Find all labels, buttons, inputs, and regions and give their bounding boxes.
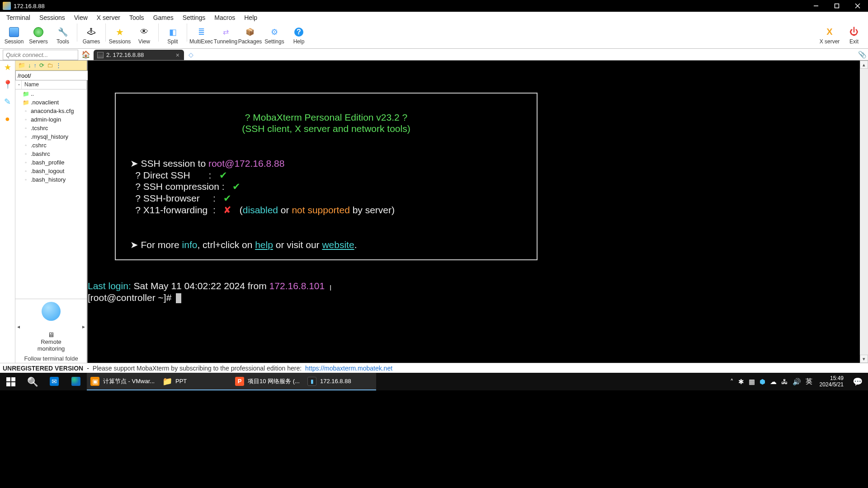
session-tab[interactable]: 2. 172.16.8.88 × (94, 50, 184, 60)
sftp-file-row[interactable]: anaconda-ks.cfg (15, 107, 87, 115)
statusbar-link[interactable]: https://mobaxterm.mobatek.net (305, 365, 392, 372)
sftp-download-icon[interactable]: ↑ (34, 62, 37, 69)
quick-connect-box[interactable] (3, 50, 78, 60)
taskbar-edge[interactable] (65, 373, 87, 390)
servers-button[interactable]: Servers (26, 23, 51, 48)
taskbar-mail[interactable] (43, 373, 65, 390)
sftp-file-row[interactable]: .bash_logout (15, 167, 87, 175)
banner-website-link[interactable]: website (322, 239, 354, 250)
tray-ext2-icon[interactable]: ▦ (749, 378, 755, 386)
tab-close-button[interactable]: × (176, 52, 179, 59)
remote-monitoring-label-block[interactable]: 🖥 Remote monitoring (38, 330, 65, 354)
start-button[interactable] (0, 373, 22, 390)
scrollbar-up-arrow[interactable]: ▴ (860, 61, 868, 69)
sftp-more-icon[interactable]: ⋮ (56, 62, 61, 69)
sftp-file-row[interactable]: .cshrc (15, 141, 87, 150)
taskbar-wps-label: 项目10 网络服务 (... (248, 377, 300, 385)
tray-shield-icon[interactable]: ⬢ (760, 378, 765, 386)
quick-connect-input[interactable] (3, 50, 78, 60)
window-close-button[interactable] (847, 0, 868, 12)
taskbar-clock[interactable]: 15:49 2024/5/21 (816, 375, 847, 388)
sftp-file-row[interactable]: admin-login (15, 115, 87, 124)
sftp-file-row[interactable]: .bashrc (15, 150, 87, 158)
exit-button[interactable]: Exit (842, 23, 866, 48)
attachment-icon[interactable]: 📎 (856, 49, 868, 60)
packages-button[interactable]: Packages (238, 23, 262, 48)
new-tab-button[interactable]: ◇ (184, 49, 198, 60)
tray-network-icon[interactable]: 🖧 (781, 378, 788, 385)
menu-terminal[interactable]: Terminal (2, 13, 35, 23)
left-tool-strip: ★ 📍 ✎ ● (0, 61, 15, 363)
sftp-file-row[interactable]: .bash_history (15, 175, 87, 184)
sftp-file-row[interactable]: .novaclient (15, 98, 87, 107)
terminal-pane[interactable]: ? MobaXterm Personal Edition v23.2 ? (SS… (88, 61, 860, 363)
sftp-header-expand[interactable]: - (15, 80, 22, 89)
menu-sessions[interactable]: Sessions (35, 13, 70, 23)
menu-settings[interactable]: Settings (178, 13, 210, 23)
brush-icon[interactable]: ✎ (3, 97, 13, 107)
taskbar-vmware[interactable]: 计算节点 - VMwar... (87, 373, 159, 390)
window-maximize-button[interactable] (826, 0, 847, 12)
xserver-button[interactable]: XX server (817, 23, 842, 48)
games-button[interactable]: Games (79, 23, 104, 48)
terminal-scrollbar[interactable]: ▴ ▾ (860, 61, 868, 363)
window-titlebar: 172.16.8.88 (0, 0, 868, 12)
sftp-file-name: .novaclient (31, 99, 59, 106)
remote-monitoring-widget[interactable] (42, 301, 61, 324)
scrollbar-down-arrow[interactable]: ▾ (860, 355, 868, 363)
tray-chevron-up-icon[interactable]: ˄ (730, 378, 734, 386)
sftp-file-row[interactable]: .tcshrc (15, 124, 87, 132)
sftp-folder-icon[interactable]: 📁 (18, 62, 25, 69)
scroll-left-icon[interactable]: ◂ (17, 324, 20, 330)
sftp-header-name[interactable]: Name (22, 80, 87, 89)
session-button-label: Session (5, 38, 24, 45)
settings-button[interactable]: Settings (262, 23, 287, 48)
help-button[interactable]: Help (287, 23, 311, 48)
sftp-refresh-icon[interactable]: ⟳ (39, 62, 44, 69)
sftp-path-input[interactable] (15, 70, 96, 80)
menu-macros[interactable]: Macros (210, 13, 240, 23)
sessions-icon (115, 27, 125, 37)
menu-help[interactable]: Help (240, 13, 262, 23)
banner-help-link[interactable]: help (255, 239, 273, 250)
menu-x-server[interactable]: X server (92, 13, 125, 23)
scroll-right-icon[interactable]: ▸ (82, 324, 85, 330)
window-minimize-button[interactable] (806, 0, 826, 12)
taskbar-wps[interactable]: 项目10 网络服务 (... (231, 373, 304, 390)
follow-terminal-checkbox[interactable]: Follow terminal folde (22, 354, 80, 363)
sftp-header: - Name (15, 80, 87, 89)
multiexec-button[interactable]: MultiExec (189, 23, 213, 48)
split-button[interactable]: Split (160, 23, 185, 48)
menu-tools[interactable]: Tools (125, 13, 149, 23)
sftp-newfolder-icon[interactable]: 🗀 (47, 62, 53, 69)
taskbar-ppt[interactable]: PPT (159, 373, 231, 390)
sessions-button[interactable]: Sessions (108, 23, 132, 48)
file-icon (23, 117, 29, 123)
sftp-file-name: .bash_logout (31, 168, 64, 174)
view-button[interactable]: View (132, 23, 156, 48)
taskbar-mobaxterm[interactable]: 172.16.8.88 (304, 373, 376, 390)
sftp-file-row[interactable]: .mysql_history (15, 132, 87, 141)
tray-ext1-icon[interactable]: ✱ (738, 378, 744, 386)
sftp-upload-icon[interactable]: ↓ (28, 62, 31, 69)
scrollbar-track[interactable] (860, 69, 868, 355)
view-button-label: View (138, 38, 150, 45)
tunneling-button[interactable]: Tunneling (213, 23, 238, 48)
sftp-file-row[interactable]: .bash_profile (15, 158, 87, 167)
menu-view[interactable]: View (70, 13, 92, 23)
favorites-icon[interactable]: ★ (3, 62, 13, 72)
session-button[interactable]: Session (2, 23, 26, 48)
dot-icon[interactable]: ● (3, 114, 13, 124)
taskbar-mail-icon (50, 377, 59, 386)
tray-volume-icon[interactable]: 🔊 (793, 378, 801, 386)
home-tab-button[interactable]: 🏠 (79, 49, 93, 60)
action-center-button[interactable]: 💬 (847, 373, 868, 390)
sftp-file-row[interactable]: .. (15, 89, 87, 98)
taskbar-search-button[interactable] (22, 373, 43, 390)
tools-button[interactable]: Tools (51, 23, 75, 48)
menu-games[interactable]: Games (149, 13, 178, 23)
file-icon (23, 177, 29, 183)
globe-small-icon[interactable]: 📍 (3, 80, 13, 89)
tray-onedrive-icon[interactable]: ☁ (770, 378, 777, 386)
tray-ime-label[interactable]: 英 (806, 377, 812, 386)
